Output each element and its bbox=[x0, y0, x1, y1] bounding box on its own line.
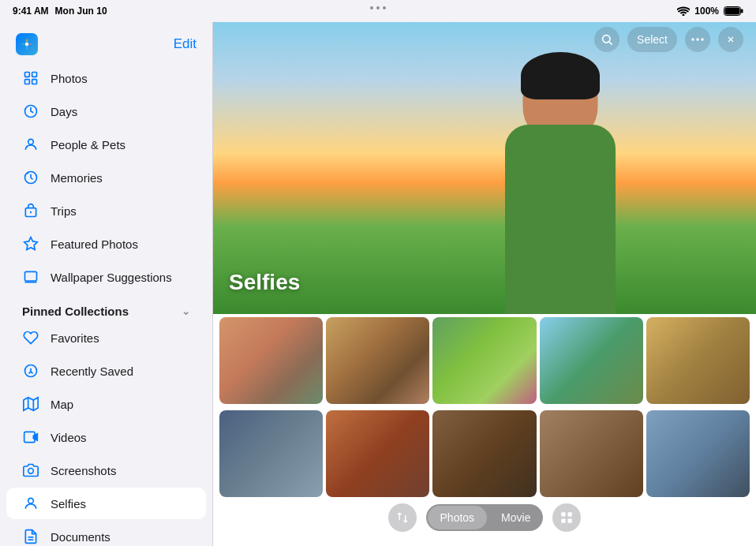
content-topbar: Select bbox=[213, 22, 756, 57]
mode-selector: Photos Movie bbox=[426, 504, 544, 531]
svg-point-23 bbox=[28, 469, 34, 474]
status-time: 9:41 AM bbox=[13, 6, 49, 17]
more-button[interactable] bbox=[685, 27, 710, 52]
svg-line-30 bbox=[609, 42, 612, 45]
trips-icon bbox=[22, 202, 39, 219]
svg-rect-39 bbox=[568, 519, 572, 523]
photo-thumb-5[interactable] bbox=[646, 317, 750, 404]
screenshots-icon bbox=[22, 462, 39, 479]
photo-thumb-2[interactable] bbox=[326, 317, 429, 404]
svg-marker-18 bbox=[24, 398, 38, 411]
sidebar-item-map[interactable]: Map bbox=[6, 388, 206, 420]
featured-icon bbox=[22, 235, 39, 252]
svg-point-4 bbox=[25, 43, 28, 46]
svg-point-24 bbox=[28, 498, 34, 503]
photo-thumb-6[interactable] bbox=[219, 410, 323, 497]
favorites-icon bbox=[22, 329, 39, 346]
photo-thumb-1[interactable] bbox=[219, 317, 323, 404]
favorites-label: Favorites bbox=[51, 331, 190, 345]
photo-row-2 bbox=[213, 407, 756, 500]
photo-thumb-10[interactable] bbox=[646, 410, 750, 497]
sidebar-item-days[interactable]: Days bbox=[6, 95, 206, 127]
videos-label: Videos bbox=[51, 431, 190, 444]
sidebar-item-photos[interactable]: Photos bbox=[6, 62, 206, 94]
photo-thumb-9[interactable] bbox=[540, 410, 643, 497]
sidebar-item-selfies[interactable]: Selfies bbox=[6, 488, 206, 519]
documents-label: Documents bbox=[51, 530, 190, 544]
screenshots-label: Screenshots bbox=[51, 464, 190, 477]
wifi-icon bbox=[677, 6, 690, 16]
svg-rect-38 bbox=[562, 519, 566, 523]
selfies-icon bbox=[22, 495, 39, 512]
svg-point-31 bbox=[691, 38, 694, 40]
search-button[interactable] bbox=[594, 27, 619, 52]
people-pets-icon bbox=[22, 136, 39, 153]
svg-point-33 bbox=[701, 38, 703, 40]
svg-marker-14 bbox=[24, 237, 38, 250]
main-content: Select bbox=[213, 22, 756, 546]
recently-saved-icon bbox=[22, 362, 39, 380]
photo-thumb-3[interactable] bbox=[432, 317, 536, 404]
days-icon bbox=[22, 103, 39, 120]
sidebar-item-trips[interactable]: Trips bbox=[6, 195, 206, 226]
photos-logo-icon bbox=[20, 37, 34, 51]
wallpaper-label: Wallpaper Suggestions bbox=[51, 271, 190, 284]
svg-point-32 bbox=[696, 38, 698, 40]
sidebar-item-memories[interactable]: Memories bbox=[6, 162, 206, 193]
svg-rect-15 bbox=[25, 271, 37, 281]
close-button[interactable] bbox=[718, 27, 743, 52]
photo-thumb-7[interactable] bbox=[326, 410, 429, 497]
documents-icon bbox=[22, 528, 39, 545]
grid-view-button[interactable] bbox=[552, 503, 581, 532]
svg-rect-36 bbox=[562, 512, 566, 516]
sidebar-item-people-pets[interactable]: People & Pets bbox=[6, 129, 206, 160]
recently-saved-label: Recently Saved bbox=[51, 365, 190, 378]
photos-mode-button[interactable]: Photos bbox=[428, 506, 488, 529]
sidebar-item-videos[interactable]: Videos bbox=[6, 421, 206, 453]
sidebar-item-documents[interactable]: Documents bbox=[6, 521, 206, 546]
app-container: Edit Photos Days bbox=[0, 22, 756, 546]
sidebar-header: Edit bbox=[0, 22, 212, 62]
selfies-label: Selfies bbox=[51, 497, 190, 510]
photos-icon bbox=[22, 69, 39, 87]
svg-rect-1 bbox=[725, 8, 740, 15]
status-date: Mon Jun 10 bbox=[55, 6, 107, 17]
days-label: Days bbox=[51, 105, 190, 118]
pinned-collections-label: Pinned Collections bbox=[22, 305, 129, 318]
sidebar-item-wallpaper[interactable]: Wallpaper Suggestions bbox=[6, 261, 206, 293]
svg-rect-8 bbox=[32, 80, 37, 84]
svg-rect-37 bbox=[568, 512, 572, 516]
status-bar: 9:41 AM Mon Jun 10 100% bbox=[0, 0, 756, 22]
sort-button[interactable] bbox=[388, 503, 417, 532]
sidebar-item-screenshots[interactable]: Screenshots bbox=[6, 454, 206, 486]
svg-marker-22 bbox=[33, 434, 37, 440]
hero-person bbox=[434, 46, 687, 314]
svg-rect-5 bbox=[25, 73, 30, 77]
wallpaper-icon bbox=[22, 268, 39, 286]
photo-thumb-8[interactable] bbox=[432, 410, 536, 497]
chevron-down-icon: ⌄ bbox=[182, 305, 190, 317]
edit-button[interactable]: Edit bbox=[174, 36, 196, 52]
notch-dots bbox=[364, 0, 392, 16]
videos-icon bbox=[22, 428, 39, 446]
sidebar-item-featured[interactable]: Featured Photos bbox=[6, 228, 206, 260]
svg-point-10 bbox=[28, 139, 34, 144]
status-indicators: 100% bbox=[677, 6, 743, 17]
people-pets-label: People & Pets bbox=[51, 138, 190, 151]
trips-label: Trips bbox=[51, 204, 190, 218]
battery-icon bbox=[724, 6, 743, 16]
pinned-collections-header[interactable]: Pinned Collections ⌄ bbox=[6, 297, 206, 321]
sidebar-item-recently-saved[interactable]: Recently Saved bbox=[6, 355, 206, 387]
svg-rect-7 bbox=[25, 80, 30, 84]
photo-row-1 bbox=[213, 314, 756, 407]
battery-level: 100% bbox=[694, 6, 719, 17]
hero-image: Selfies bbox=[213, 22, 756, 314]
select-button[interactable]: Select bbox=[627, 27, 677, 52]
svg-rect-2 bbox=[741, 9, 743, 13]
memories-label: Memories bbox=[51, 171, 190, 185]
photo-thumb-4[interactable] bbox=[540, 317, 643, 404]
movie-mode-button[interactable]: Movie bbox=[488, 504, 543, 531]
sidebar-item-favorites[interactable]: Favorites bbox=[6, 322, 206, 353]
app-logo bbox=[16, 33, 38, 55]
map-icon bbox=[22, 395, 39, 413]
